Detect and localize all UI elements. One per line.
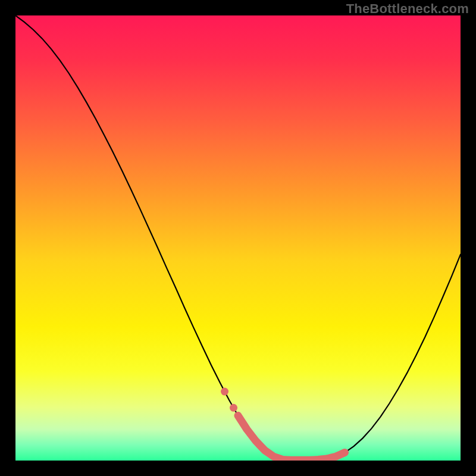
gradient-background bbox=[15, 15, 461, 461]
highlight-dot bbox=[230, 404, 237, 412]
chart-frame: TheBottleneck.com bbox=[0, 0, 476, 476]
watermark-text: TheBottleneck.com bbox=[346, 1, 469, 17]
plot-area bbox=[15, 15, 461, 461]
chart-svg bbox=[15, 15, 461, 461]
highlight-dot bbox=[221, 388, 228, 396]
